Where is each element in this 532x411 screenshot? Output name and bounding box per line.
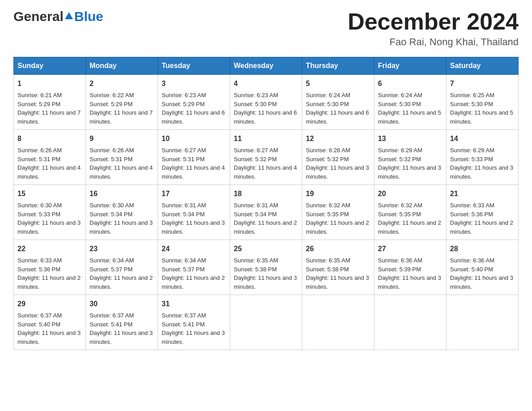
- calendar-header-sunday: Sunday: [14, 57, 86, 75]
- day-number: 2: [90, 78, 154, 89]
- day-info: Sunrise: 6:26 AMSunset: 5:31 PMDaylight:…: [17, 147, 81, 180]
- day-info: Sunrise: 6:37 AMSunset: 5:40 PMDaylight:…: [17, 312, 81, 345]
- day-info: Sunrise: 6:28 AMSunset: 5:32 PMDaylight:…: [306, 147, 369, 180]
- calendar-cell: 9 Sunrise: 6:26 AMSunset: 5:31 PMDayligh…: [86, 130, 158, 185]
- day-number: 3: [162, 78, 226, 89]
- day-number: 15: [17, 188, 82, 199]
- day-number: 8: [17, 133, 82, 144]
- calendar-cell: 17 Sunrise: 6:31 AMSunset: 5:34 PMDaylig…: [158, 185, 230, 240]
- day-number: 1: [17, 78, 82, 89]
- day-number: 16: [90, 188, 154, 199]
- calendar-cell: 16 Sunrise: 6:30 AMSunset: 5:34 PMDaylig…: [86, 185, 158, 240]
- calendar-cell: [446, 295, 519, 350]
- day-number: 9: [90, 133, 154, 144]
- calendar-cell: [374, 295, 446, 350]
- day-info: Sunrise: 6:27 AMSunset: 5:32 PMDaylight:…: [234, 147, 297, 180]
- day-number: 27: [378, 244, 442, 254]
- day-info: Sunrise: 6:35 AMSunset: 5:38 PMDaylight:…: [234, 257, 297, 290]
- logo-arrow-icon: [64, 9, 74, 24]
- day-number: 21: [450, 188, 515, 199]
- day-number: 28: [450, 244, 515, 254]
- calendar-cell: 3 Sunrise: 6:23 AMSunset: 5:29 PMDayligh…: [158, 75, 230, 130]
- day-info: Sunrise: 6:24 AMSunset: 5:30 PMDaylight:…: [378, 92, 441, 125]
- day-info: Sunrise: 6:24 AMSunset: 5:30 PMDaylight:…: [306, 92, 369, 125]
- day-info: Sunrise: 6:22 AMSunset: 5:29 PMDaylight:…: [90, 92, 153, 125]
- day-number: 30: [90, 299, 154, 309]
- calendar-cell: 24 Sunrise: 6:34 AMSunset: 5:37 PMDaylig…: [158, 240, 230, 295]
- day-info: Sunrise: 6:34 AMSunset: 5:37 PMDaylight:…: [162, 257, 225, 290]
- calendar-cell: 23 Sunrise: 6:34 AMSunset: 5:37 PMDaylig…: [86, 240, 158, 295]
- day-info: Sunrise: 6:33 AMSunset: 5:36 PMDaylight:…: [17, 257, 81, 290]
- calendar-cell: 13 Sunrise: 6:29 AMSunset: 5:32 PMDaylig…: [374, 130, 446, 185]
- calendar-cell: 25 Sunrise: 6:35 AMSunset: 5:38 PMDaylig…: [230, 240, 302, 295]
- day-number: 7: [450, 78, 515, 89]
- calendar-cell: 29 Sunrise: 6:37 AMSunset: 5:40 PMDaylig…: [14, 295, 86, 350]
- calendar-cell: 31 Sunrise: 6:37 AMSunset: 5:41 PMDaylig…: [158, 295, 230, 350]
- day-number: 17: [162, 188, 226, 199]
- day-info: Sunrise: 6:32 AMSunset: 5:35 PMDaylight:…: [306, 202, 369, 235]
- calendar-cell: 4 Sunrise: 6:23 AMSunset: 5:30 PMDayligh…: [230, 75, 302, 130]
- day-info: Sunrise: 6:32 AMSunset: 5:35 PMDaylight:…: [378, 202, 441, 235]
- calendar-cell: 8 Sunrise: 6:26 AMSunset: 5:31 PMDayligh…: [14, 130, 86, 185]
- day-info: Sunrise: 6:30 AMSunset: 5:34 PMDaylight:…: [90, 202, 153, 235]
- calendar-cell: [302, 295, 374, 350]
- day-number: 5: [306, 78, 370, 89]
- calendar-cell: 11 Sunrise: 6:27 AMSunset: 5:32 PMDaylig…: [230, 130, 302, 185]
- calendar-week-row: 15 Sunrise: 6:30 AMSunset: 5:33 PMDaylig…: [14, 185, 519, 240]
- calendar-header-row: SundayMondayTuesdayWednesdayThursdayFrid…: [14, 57, 519, 75]
- day-number: 19: [306, 188, 370, 199]
- day-info: Sunrise: 6:23 AMSunset: 5:29 PMDaylight:…: [162, 92, 225, 125]
- calendar-cell: 19 Sunrise: 6:32 AMSunset: 5:35 PMDaylig…: [302, 185, 374, 240]
- day-number: 26: [306, 244, 370, 254]
- day-info: Sunrise: 6:36 AMSunset: 5:40 PMDaylight:…: [450, 257, 513, 290]
- day-number: 14: [450, 133, 515, 144]
- calendar-cell: 21 Sunrise: 6:33 AMSunset: 5:36 PMDaylig…: [446, 185, 519, 240]
- day-number: 11: [234, 133, 298, 144]
- calendar-cell: 22 Sunrise: 6:33 AMSunset: 5:36 PMDaylig…: [14, 240, 86, 295]
- page-header: General Blue December 2024 Fao Rai, Nong…: [13, 9, 519, 48]
- day-info: Sunrise: 6:26 AMSunset: 5:31 PMDaylight:…: [90, 147, 153, 180]
- calendar-cell: 28 Sunrise: 6:36 AMSunset: 5:40 PMDaylig…: [446, 240, 519, 295]
- calendar-header-wednesday: Wednesday: [230, 57, 302, 75]
- day-info: Sunrise: 6:23 AMSunset: 5:30 PMDaylight:…: [234, 92, 297, 125]
- calendar-cell: 26 Sunrise: 6:35 AMSunset: 5:38 PMDaylig…: [302, 240, 374, 295]
- day-number: 24: [162, 244, 226, 254]
- day-info: Sunrise: 6:37 AMSunset: 5:41 PMDaylight:…: [90, 312, 153, 345]
- day-number: 25: [234, 244, 298, 254]
- day-info: Sunrise: 6:31 AMSunset: 5:34 PMDaylight:…: [234, 202, 297, 235]
- calendar-week-row: 29 Sunrise: 6:37 AMSunset: 5:40 PMDaylig…: [14, 295, 519, 350]
- day-info: Sunrise: 6:25 AMSunset: 5:30 PMDaylight:…: [450, 92, 513, 125]
- day-number: 4: [234, 78, 298, 89]
- calendar-cell: 15 Sunrise: 6:30 AMSunset: 5:33 PMDaylig…: [14, 185, 86, 240]
- day-info: Sunrise: 6:30 AMSunset: 5:33 PMDaylight:…: [17, 202, 81, 235]
- day-number: 13: [378, 133, 442, 144]
- day-number: 22: [17, 244, 82, 254]
- calendar-cell: 1 Sunrise: 6:21 AMSunset: 5:29 PMDayligh…: [14, 75, 86, 130]
- logo-general: General: [13, 9, 64, 24]
- day-info: Sunrise: 6:34 AMSunset: 5:37 PMDaylight:…: [90, 257, 153, 290]
- calendar-week-row: 1 Sunrise: 6:21 AMSunset: 5:29 PMDayligh…: [14, 75, 519, 130]
- day-info: Sunrise: 6:21 AMSunset: 5:29 PMDaylight:…: [17, 92, 81, 125]
- calendar-cell: 2 Sunrise: 6:22 AMSunset: 5:29 PMDayligh…: [86, 75, 158, 130]
- calendar-cell: 30 Sunrise: 6:37 AMSunset: 5:41 PMDaylig…: [86, 295, 158, 350]
- day-number: 18: [234, 188, 298, 199]
- calendar-cell: 7 Sunrise: 6:25 AMSunset: 5:30 PMDayligh…: [446, 75, 519, 130]
- calendar-header-friday: Friday: [374, 57, 446, 75]
- calendar-cell: 14 Sunrise: 6:29 AMSunset: 5:33 PMDaylig…: [446, 130, 519, 185]
- day-number: 10: [162, 133, 226, 144]
- calendar-cell: [230, 295, 302, 350]
- day-info: Sunrise: 6:35 AMSunset: 5:38 PMDaylight:…: [306, 257, 369, 290]
- day-number: 20: [378, 188, 442, 199]
- day-number: 23: [90, 244, 154, 254]
- day-info: Sunrise: 6:29 AMSunset: 5:32 PMDaylight:…: [378, 147, 441, 180]
- calendar-table: SundayMondayTuesdayWednesdayThursdayFrid…: [13, 57, 519, 350]
- day-info: Sunrise: 6:27 AMSunset: 5:31 PMDaylight:…: [162, 147, 225, 180]
- calendar-cell: 6 Sunrise: 6:24 AMSunset: 5:30 PMDayligh…: [374, 75, 446, 130]
- day-number: 29: [17, 299, 82, 309]
- day-number: 31: [162, 299, 226, 309]
- logo-blue: Blue: [74, 9, 103, 24]
- calendar-week-row: 22 Sunrise: 6:33 AMSunset: 5:36 PMDaylig…: [14, 240, 519, 295]
- calendar-cell: 20 Sunrise: 6:32 AMSunset: 5:35 PMDaylig…: [374, 185, 446, 240]
- calendar-header-monday: Monday: [86, 57, 158, 75]
- logo: General Blue: [13, 9, 103, 24]
